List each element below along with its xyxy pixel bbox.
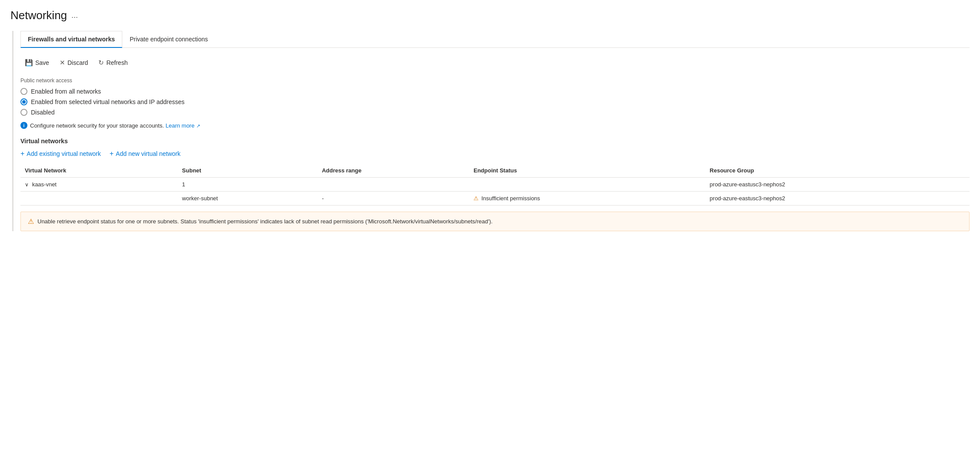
radio-circle-disabled [20, 109, 27, 116]
toolbar: 💾 Save ✕ Discard ↻ Refresh [20, 57, 970, 69]
ellipsis-menu[interactable]: ... [71, 11, 78, 20]
cell-status-1 [469, 178, 705, 192]
info-text: Configure network security for your stor… [30, 122, 200, 129]
radio-all-networks[interactable]: Enabled from all networks [20, 88, 970, 95]
vnet-table: Virtual Network Subnet Address range End… [20, 164, 970, 206]
col-endpoint-status: Endpoint Status [469, 164, 705, 178]
warning-text: Unable retrieve endpoint status for one … [37, 218, 493, 225]
cell-rg-1: prod-azure-eastusc3-nephos2 [705, 178, 970, 192]
col-address-range: Address range [318, 164, 470, 178]
tab-private-endpoints[interactable]: Private endpoint connections [122, 31, 215, 48]
expand-icon[interactable]: ∨ [25, 182, 29, 188]
radio-selected-networks[interactable]: Enabled from selected virtual networks a… [20, 98, 970, 105]
cell-vnet-empty [20, 192, 178, 206]
save-icon: 💾 [25, 59, 33, 67]
info-row: i Configure network security for your st… [20, 122, 970, 129]
warning-icon: ⚠ [28, 217, 34, 226]
cell-subnet-1: 1 [178, 178, 317, 192]
virtual-networks-section: Virtual networks + Add existing virtual … [20, 138, 970, 231]
insufficient-permissions-cell: ⚠ Insufficient permissions [473, 195, 701, 202]
plus-icon-existing: + [20, 150, 24, 158]
info-icon: i [20, 122, 27, 129]
warning-banner: ⚠ Unable retrieve endpoint status for on… [20, 212, 970, 231]
add-existing-vnet-button[interactable]: + Add existing virtual network [20, 150, 101, 158]
tab-firewalls[interactable]: Firewalls and virtual networks [20, 31, 122, 48]
cell-subnet-2: worker-subnet [178, 192, 317, 206]
cell-address-2: - [318, 192, 470, 206]
page-title: Networking [10, 9, 67, 22]
cell-vnet-name: ∨ kaas-vnet [20, 178, 178, 192]
radio-label-selected: Enabled from selected virtual networks a… [31, 98, 185, 105]
warning-triangle-icon: ⚠ [473, 195, 479, 202]
cell-rg-2: prod-azure-eastusc3-nephos2 [705, 192, 970, 206]
external-link-icon: ↗ [196, 123, 200, 128]
radio-circle-selected [20, 98, 27, 105]
col-subnet: Subnet [178, 164, 317, 178]
refresh-icon: ↻ [98, 59, 104, 67]
virtual-networks-title: Virtual networks [20, 138, 970, 145]
add-buttons-row: + Add existing virtual network + Add new… [20, 150, 970, 158]
add-new-vnet-button[interactable]: + Add new virtual network [110, 150, 181, 158]
learn-more-link[interactable]: Learn more ↗ [165, 122, 200, 129]
radio-disabled[interactable]: Disabled [20, 109, 970, 116]
refresh-button[interactable]: ↻ Refresh [94, 57, 132, 69]
cell-address-1 [318, 178, 470, 192]
discard-button[interactable]: ✕ Discard [55, 57, 92, 69]
radio-label-disabled: Disabled [31, 109, 54, 116]
discard-icon: ✕ [60, 59, 65, 67]
plus-icon-new: + [110, 150, 114, 158]
col-resource-group: Resource Group [705, 164, 970, 178]
cell-status-2: ⚠ Insufficient permissions [469, 192, 705, 206]
radio-circle-all [20, 88, 27, 95]
public-network-section: Public network access Enabled from all n… [20, 78, 970, 129]
radio-label-all: Enabled from all networks [31, 88, 101, 95]
save-button[interactable]: 💾 Save [20, 57, 54, 69]
tab-bar: Firewalls and virtual networks Private e… [20, 31, 970, 48]
public-network-label: Public network access [20, 78, 970, 84]
table-header-row: Virtual Network Subnet Address range End… [20, 164, 970, 178]
page-title-row: Networking ... [10, 9, 970, 22]
table-row: ∨ kaas-vnet 1 prod-azure-eastusc3-nephos… [20, 178, 970, 192]
col-virtual-network: Virtual Network [20, 164, 178, 178]
main-panel: Firewalls and virtual networks Private e… [12, 31, 970, 231]
table-row: worker-subnet - ⚠ Insufficient permissio… [20, 192, 970, 206]
radio-group-access: Enabled from all networks Enabled from s… [20, 88, 970, 116]
